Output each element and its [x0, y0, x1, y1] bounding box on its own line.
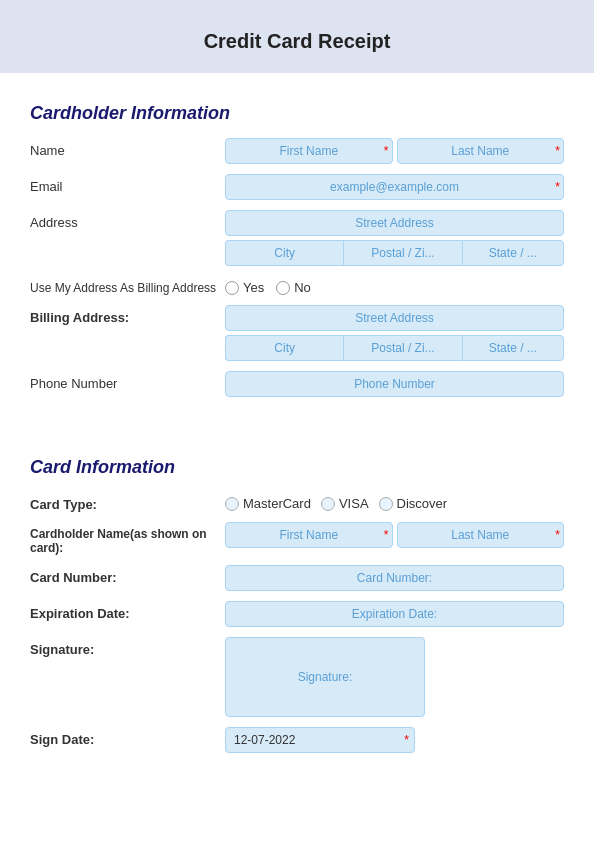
signature-input[interactable]: Signature: — [225, 637, 425, 717]
billing-radio-group: Yes No — [225, 276, 311, 295]
email-input[interactable]: example@example.com — [225, 174, 564, 200]
card-number-row: Card Number: Card Number: — [30, 565, 564, 591]
city-postal-state-row: City Postal / Zi... State / ... — [225, 240, 564, 266]
discover-option[interactable]: Discover — [379, 496, 448, 511]
city-input[interactable]: City — [225, 240, 343, 266]
yes-radio-option[interactable]: Yes — [225, 280, 264, 295]
phone-row: Phone Number Phone Number — [30, 371, 564, 397]
page-header: Credit Card Receipt — [0, 0, 594, 73]
sign-date-wrapper: 12-07-2022 * — [225, 727, 415, 753]
expiration-input[interactable]: Expiration Date: — [225, 601, 564, 627]
billing-city-postal-state-row: City Postal / Zi... State / ... — [225, 335, 564, 361]
card-section-title: Card Information — [30, 457, 564, 478]
state-input[interactable]: State / ... — [462, 240, 564, 266]
billing-address-row: Billing Address: Street Address City Pos… — [30, 305, 564, 361]
visa-option[interactable]: VISA — [321, 496, 369, 511]
yes-radio-circle[interactable] — [225, 281, 239, 295]
page-title: Credit Card Receipt — [20, 30, 574, 53]
email-fields: example@example.com * — [225, 174, 564, 200]
billing-city-input[interactable]: City — [225, 335, 343, 361]
section-divider-2 — [30, 427, 564, 447]
card-number-input[interactable]: Card Number: — [225, 565, 564, 591]
no-label: No — [294, 280, 311, 295]
no-radio-option[interactable]: No — [276, 280, 311, 295]
expiration-fields: Expiration Date: — [225, 601, 564, 627]
postal-input[interactable]: Postal / Zi... — [343, 240, 461, 266]
name-fields: First Name * Last Name * — [225, 138, 564, 164]
email-row: Email example@example.com * — [30, 174, 564, 200]
first-name-required: * — [384, 144, 389, 158]
signature-fields: Signature: — [225, 637, 564, 717]
email-required: * — [555, 180, 560, 194]
form-content: Cardholder Information Name First Name *… — [0, 73, 594, 783]
no-radio-circle[interactable] — [276, 281, 290, 295]
sign-date-row: Sign Date: 12-07-2022 * — [30, 727, 564, 753]
billing-address-label: Billing Address: — [30, 305, 225, 325]
sign-date-label: Sign Date: — [30, 727, 225, 747]
billing-postal-input[interactable]: Postal / Zi... — [343, 335, 461, 361]
name-row: Name First Name * Last Name * — [30, 138, 564, 164]
section-divider — [30, 407, 564, 427]
last-name-wrapper: Last Name * — [397, 138, 565, 164]
email-label: Email — [30, 174, 225, 194]
use-billing-label: Use My Address As Billing Address — [30, 276, 225, 295]
address-row: Address Street Address City Postal / Zi.… — [30, 210, 564, 266]
visa-label: VISA — [339, 496, 369, 511]
card-type-row: Card Type: MasterCard VISA Discover — [30, 492, 564, 512]
address-fields: Street Address City Postal / Zi... State… — [225, 210, 564, 266]
use-billing-row: Use My Address As Billing Address Yes No — [30, 276, 564, 295]
email-wrapper: example@example.com * — [225, 174, 564, 200]
street-input[interactable]: Street Address — [225, 210, 564, 236]
sign-date-input[interactable]: 12-07-2022 * — [225, 727, 415, 753]
card-first-name-input[interactable]: First Name — [225, 522, 393, 548]
cardholder-name-fields: First Name * Last Name * — [225, 522, 564, 548]
name-label: Name — [30, 138, 225, 158]
card-name-inputs-row: First Name * Last Name * — [225, 522, 564, 548]
last-name-required: * — [555, 144, 560, 158]
discover-radio[interactable] — [379, 497, 393, 511]
visa-radio[interactable] — [321, 497, 335, 511]
first-name-input[interactable]: First Name — [225, 138, 393, 164]
sign-date-required: * — [404, 733, 409, 747]
phone-label: Phone Number — [30, 371, 225, 391]
phone-input[interactable]: Phone Number — [225, 371, 564, 397]
phone-fields: Phone Number — [225, 371, 564, 397]
mastercard-label: MasterCard — [243, 496, 311, 511]
billing-address-fields: Street Address City Postal / Zi... State… — [225, 305, 564, 361]
card-last-name-input[interactable]: Last Name — [397, 522, 565, 548]
card-last-required: * — [555, 528, 560, 542]
card-first-required: * — [384, 528, 389, 542]
sign-date-value: 12-07-2022 — [234, 733, 295, 747]
card-last-name-wrapper: Last Name * — [397, 522, 565, 548]
discover-label: Discover — [397, 496, 448, 511]
billing-street-input[interactable]: Street Address — [225, 305, 564, 331]
yes-label: Yes — [243, 280, 264, 295]
cardholder-name-label: Cardholder Name(as shown on card): — [30, 522, 225, 555]
signature-label: Signature: — [30, 637, 225, 657]
mastercard-option[interactable]: MasterCard — [225, 496, 311, 511]
expiration-row: Expiration Date: Expiration Date: — [30, 601, 564, 627]
cardholder-name-row: Cardholder Name(as shown on card): First… — [30, 522, 564, 555]
card-type-label: Card Type: — [30, 492, 225, 512]
card-type-options: MasterCard VISA Discover — [225, 492, 447, 511]
cardholder-section-title: Cardholder Information — [30, 103, 564, 124]
last-name-input[interactable]: Last Name — [397, 138, 565, 164]
signature-row: Signature: Signature: — [30, 637, 564, 717]
card-number-fields: Card Number: — [225, 565, 564, 591]
mastercard-radio[interactable] — [225, 497, 239, 511]
billing-state-input[interactable]: State / ... — [462, 335, 564, 361]
expiration-label: Expiration Date: — [30, 601, 225, 621]
card-first-name-wrapper: First Name * — [225, 522, 393, 548]
address-label: Address — [30, 210, 225, 230]
name-inputs-row: First Name * Last Name * — [225, 138, 564, 164]
first-name-wrapper: First Name * — [225, 138, 393, 164]
card-number-label: Card Number: — [30, 565, 225, 585]
